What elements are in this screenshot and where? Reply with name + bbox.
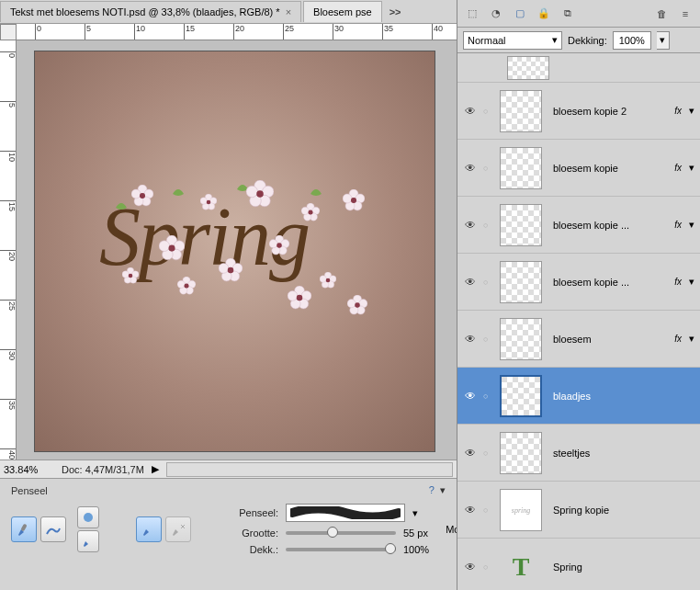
- lock-toggle-icon[interactable]: ○: [483, 164, 494, 173]
- layer-thumbnail[interactable]: [500, 432, 542, 474]
- pencil-tool-button[interactable]: [77, 530, 99, 552]
- blend-mode-select[interactable]: Normaal ▾: [463, 31, 562, 50]
- visibility-icon[interactable]: 👁: [463, 276, 478, 289]
- scrollbar-horizontal[interactable]: [166, 462, 453, 477]
- help-icon[interactable]: ?: [429, 484, 435, 495]
- close-icon[interactable]: ×: [286, 6, 291, 17]
- brush-opacity-label: Dekk.:: [228, 544, 278, 555]
- layer-name[interactable]: bloesem kopie ...: [548, 277, 669, 288]
- ruler-tick: 10: [134, 24, 145, 40]
- fx-indicator[interactable]: fx: [674, 220, 683, 230]
- layer-row[interactable]: 👁○bloesem kopie ...fx▾: [457, 197, 700, 254]
- panel-menu-icon[interactable]: ▾: [440, 484, 446, 495]
- brush-opacity-value[interactable]: 100%: [403, 544, 429, 555]
- layer-thumbnail[interactable]: spring: [500, 489, 542, 531]
- panel-menu-icon[interactable]: ≡: [676, 5, 694, 23]
- canvas[interactable]: Spring: [35, 51, 435, 451]
- document-tab[interactable]: Bloesem pse: [303, 1, 382, 22]
- brush-preset-picker[interactable]: [286, 504, 405, 522]
- layer-row[interactable]: 👁○bloesem kopie 2fx▾: [457, 83, 700, 140]
- fx-expand-icon[interactable]: ▾: [689, 333, 694, 345]
- fx-expand-icon[interactable]: ▾: [689, 162, 694, 174]
- layer-name[interactable]: blaadjes: [548, 391, 694, 402]
- brush-size-value[interactable]: 55 px: [403, 528, 428, 539]
- zoom-level[interactable]: 33.84%: [4, 464, 54, 475]
- brush-opacity-slider[interactable]: [286, 548, 396, 551]
- tabs-overflow[interactable]: >>: [384, 6, 407, 17]
- lock-toggle-icon[interactable]: ○: [483, 221, 494, 230]
- visibility-icon[interactable]: 👁: [463, 504, 478, 516]
- document-info[interactable]: Doc: 4,47M/31,7M: [62, 464, 144, 475]
- layer-row[interactable]: 👁○steeltjes: [457, 425, 700, 482]
- color-replace-brush-button[interactable]: [77, 506, 99, 528]
- eraser-brush-button[interactable]: [165, 516, 191, 542]
- brush-tool-button[interactable]: [11, 516, 37, 542]
- layer-name[interactable]: bloesem kopie ...: [548, 220, 669, 231]
- visibility-icon[interactable]: 👁: [463, 219, 478, 232]
- link-icon[interactable]: ⧉: [559, 5, 577, 23]
- layer-row[interactable]: 👁○bloesem kopie ...fx▾: [457, 254, 700, 311]
- fx-indicator[interactable]: fx: [674, 163, 683, 173]
- layer-thumbnail[interactable]: [500, 204, 542, 246]
- status-menu-arrow[interactable]: ▶: [152, 463, 159, 475]
- layer-row[interactable]: 👁○springSpring kopie: [457, 482, 700, 539]
- layer-name[interactable]: steeltjes: [548, 448, 694, 459]
- new-group-icon[interactable]: ◔: [487, 5, 505, 23]
- lock-icon[interactable]: 🔒: [535, 5, 553, 23]
- layer-row[interactable]: 👁○bloesem kopiefx▾: [457, 140, 700, 197]
- lock-toggle-icon[interactable]: ○: [483, 448, 494, 458]
- visibility-icon[interactable]: 👁: [463, 390, 478, 403]
- layer-thumbnail[interactable]: [500, 261, 542, 303]
- visibility-icon[interactable]: 👁: [463, 447, 478, 460]
- lock-toggle-icon[interactable]: ○: [483, 107, 494, 116]
- layer-row[interactable]: 👁○blaadjes: [457, 368, 700, 425]
- layer-name[interactable]: bloesem kopie: [548, 163, 669, 174]
- opacity-slider-toggle[interactable]: ▾: [657, 31, 670, 50]
- fx-indicator[interactable]: fx: [674, 277, 683, 287]
- layer-thumbnail[interactable]: T: [500, 546, 542, 588]
- layer-thumbnail[interactable]: [500, 318, 542, 360]
- visibility-icon[interactable]: 👁: [463, 561, 478, 573]
- fx-indicator[interactable]: fx: [674, 106, 683, 116]
- fx-expand-icon[interactable]: ▾: [689, 105, 694, 117]
- layer-thumbnail[interactable]: [500, 90, 542, 132]
- normal-brush-button[interactable]: [136, 516, 162, 542]
- visibility-icon[interactable]: 👁: [463, 333, 478, 346]
- ruler-tick: 30: [0, 349, 17, 360]
- layer-thumbnail[interactable]: [500, 375, 542, 417]
- ruler-tick: 20: [0, 250, 17, 261]
- layer-row[interactable]: 👁○bloesemfx▾: [457, 311, 700, 368]
- adjustment-icon[interactable]: ▢: [511, 5, 529, 23]
- lock-toggle-icon[interactable]: ○: [483, 335, 494, 344]
- lock-toggle-icon[interactable]: ○: [483, 505, 494, 515]
- ruler-vertical[interactable]: 0510152025303540: [0, 40, 17, 460]
- layer-name[interactable]: bloesem kopie 2: [548, 106, 669, 117]
- layer-thumbnail[interactable]: [500, 147, 542, 189]
- visibility-icon[interactable]: 👁: [463, 162, 478, 175]
- layer-name[interactable]: Spring: [548, 562, 694, 573]
- ruler-horizontal[interactable]: 0510152025303540: [17, 24, 457, 40]
- impressionist-brush-button[interactable]: [40, 516, 66, 542]
- layer-mask-thumb[interactable]: [457, 53, 700, 83]
- ruler-origin[interactable]: [0, 24, 17, 40]
- svg-point-59: [297, 295, 303, 301]
- canvas-area[interactable]: Spring: [17, 40, 457, 460]
- lock-toggle-icon[interactable]: ○: [483, 278, 494, 287]
- svg-point-76: [347, 300, 356, 308]
- chevron-down-icon[interactable]: ▾: [412, 507, 418, 519]
- fx-expand-icon[interactable]: ▾: [689, 219, 694, 231]
- lock-toggle-icon[interactable]: ○: [483, 562, 494, 572]
- new-layer-icon[interactable]: ⬚: [463, 5, 481, 23]
- layer-name[interactable]: bloesem: [548, 334, 669, 345]
- layers-list[interactable]: 👁○bloesem kopie 2fx▾👁○bloesem kopiefx▾👁○…: [457, 53, 700, 590]
- layer-row[interactable]: 👁○TSpring: [457, 539, 700, 590]
- opacity-input[interactable]: [613, 31, 651, 50]
- lock-toggle-icon[interactable]: ○: [483, 391, 494, 401]
- layer-name[interactable]: Spring kopie: [548, 505, 694, 516]
- trash-icon[interactable]: 🗑: [652, 5, 671, 23]
- document-tab-active[interactable]: Tekst met bloesems NOTI.psd @ 33,8% (bla…: [0, 1, 301, 22]
- brush-size-slider[interactable]: [286, 531, 396, 535]
- fx-expand-icon[interactable]: ▾: [689, 276, 694, 288]
- visibility-icon[interactable]: 👁: [463, 105, 478, 118]
- fx-indicator[interactable]: fx: [674, 334, 683, 344]
